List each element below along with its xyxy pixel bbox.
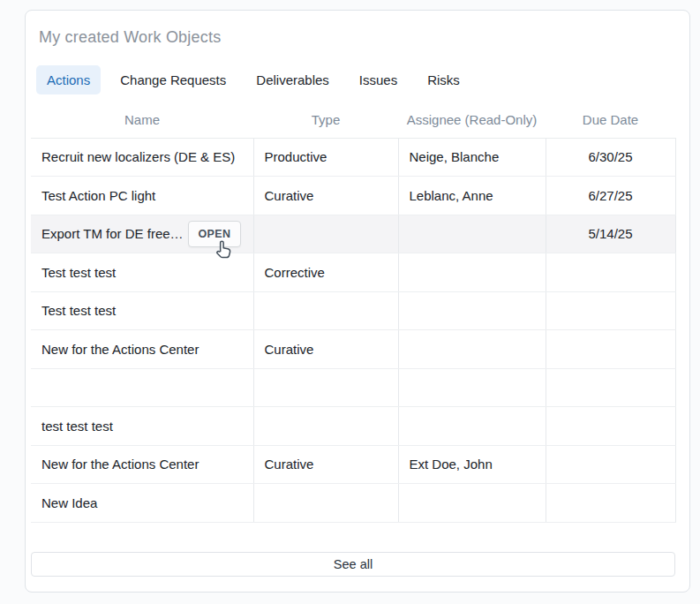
my-created-work-objects-card: My created Work Objects Actions Change R… — [25, 10, 690, 593]
cell-type — [253, 407, 398, 446]
table-row[interactable]: Test test test — [31, 291, 675, 330]
cell-due-date — [546, 445, 675, 484]
cell-due-date: 5/14/25 — [546, 215, 675, 253]
cell-type — [253, 484, 398, 523]
open-button[interactable]: OPEN — [188, 221, 240, 247]
tab-risks[interactable]: Risks — [417, 65, 470, 94]
cell-name — [31, 368, 253, 407]
cell-name: New for the Actions Center — [31, 330, 253, 369]
tab-change-requests[interactable]: Change Requests — [109, 65, 237, 94]
cell-assignee: Leblanc, Anne — [398, 177, 546, 215]
cell-name: Test Action PC light — [31, 177, 253, 215]
column-header-type: Type — [253, 102, 398, 138]
cell-type: Curative — [253, 177, 398, 215]
cell-name: New for the Actions Center — [31, 445, 253, 484]
cell-assignee: Neige, Blanche — [398, 138, 546, 177]
cell-assignee — [398, 330, 546, 369]
cell-name: Recruit new localizers (DE & ES) — [31, 138, 253, 177]
work-objects-table: Name Type Assignee (Read-Only) Due Date … — [31, 102, 676, 523]
cell-assignee — [398, 291, 546, 330]
cell-type — [253, 215, 398, 253]
table-row[interactable]: New Idea — [31, 484, 675, 523]
cell-type — [253, 368, 398, 407]
cell-due-date: 6/27/25 — [546, 177, 675, 215]
tab-deliverables[interactable]: Deliverables — [245, 65, 340, 94]
column-header-due-date: Due Date — [546, 102, 675, 138]
tab-issues[interactable]: Issues — [349, 65, 408, 94]
cell-type: Curative — [253, 330, 398, 369]
cell-name: New Idea — [31, 484, 253, 523]
tab-strip: Actions Change Requests Deliverables Iss… — [36, 65, 470, 94]
cell-assignee — [398, 407, 546, 446]
see-all-button[interactable]: See all — [31, 552, 675, 577]
cell-assignee — [398, 368, 546, 407]
cell-type: Curative — [253, 445, 398, 484]
table-row[interactable]: Test test test Corrective — [31, 253, 675, 292]
cell-assignee — [398, 215, 546, 253]
cell-type — [253, 291, 398, 330]
cell-due-date — [546, 291, 675, 330]
cell-assignee — [398, 484, 546, 523]
cell-due-date — [546, 368, 675, 407]
cell-assignee — [398, 253, 546, 292]
tab-actions[interactable]: Actions — [36, 65, 101, 94]
table-header-row: Name Type Assignee (Read-Only) Due Date — [31, 102, 675, 138]
table-row-hovered[interactable]: Export TM for DE free… OPEN 5/14/25 — [31, 215, 675, 253]
column-header-name: Name — [31, 102, 253, 138]
table-row[interactable]: New for the Actions Center Curative — [31, 330, 675, 369]
cell-due-date — [546, 253, 675, 292]
table-row[interactable]: New for the Actions Center Curative Ext … — [31, 445, 675, 484]
column-header-assignee: Assignee (Read-Only) — [398, 102, 546, 138]
cell-name: Test test test — [31, 291, 253, 330]
cell-type: Corrective — [253, 253, 398, 292]
cell-assignee: Ext Doe, John — [398, 445, 546, 484]
cell-due-date — [546, 407, 675, 446]
cell-name: test test test — [31, 407, 253, 446]
cell-type: Productive — [253, 138, 398, 177]
table-row-empty[interactable] — [31, 368, 675, 407]
card-title: My created Work Objects — [39, 28, 221, 47]
cell-name-text: Export TM for DE free… — [41, 226, 184, 241]
table-row[interactable]: test test test — [31, 407, 675, 446]
cell-due-date: 6/30/25 — [546, 138, 675, 177]
cell-due-date — [546, 484, 675, 523]
table-row[interactable]: Test Action PC light Curative Leblanc, A… — [31, 177, 675, 215]
page: My created Work Objects Actions Change R… — [0, 0, 700, 604]
table-row[interactable]: Recruit new localizers (DE & ES) Product… — [31, 138, 675, 177]
cell-name: Test test test — [31, 253, 253, 292]
cell-name: Export TM for DE free… OPEN — [31, 215, 253, 253]
cell-due-date — [546, 330, 675, 369]
